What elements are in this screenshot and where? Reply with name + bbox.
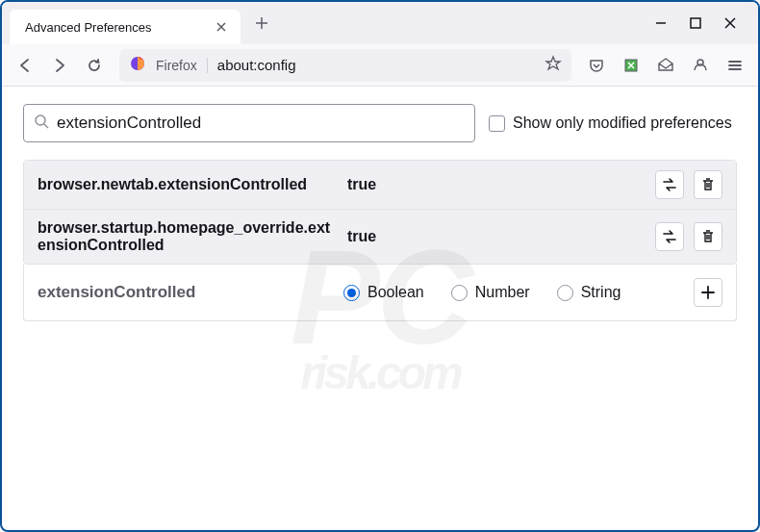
svg-point-4 <box>36 115 45 125</box>
maximize-button[interactable] <box>687 14 704 32</box>
extension-icon[interactable] <box>616 50 646 81</box>
pocket-icon[interactable] <box>581 50 612 81</box>
pref-search-input[interactable] <box>57 114 465 133</box>
toggle-button[interactable] <box>655 222 684 251</box>
back-button[interactable] <box>10 50 40 81</box>
pref-row[interactable]: browser.startup.homepage_override.extens… <box>24 210 736 264</box>
delete-button[interactable] <box>694 170 722 199</box>
radio-string[interactable]: String <box>557 284 621 301</box>
about-config-content: Show only modified preferences browser.n… <box>2 87 758 530</box>
bookmark-star-icon[interactable] <box>545 55 562 76</box>
toggle-button[interactable] <box>655 170 684 199</box>
url-text[interactable]: about:config <box>217 57 535 73</box>
prefs-table: browser.newtab.extensionControlled true … <box>23 160 737 265</box>
app-menu-icon[interactable] <box>720 50 750 81</box>
radio-icon <box>557 285 573 301</box>
pref-name: browser.newtab.extensionControlled <box>38 176 336 193</box>
radio-boolean[interactable]: Boolean <box>343 284 424 301</box>
pref-search-box[interactable] <box>23 104 475 142</box>
show-modified-checkbox[interactable]: Show only modified preferences <box>489 114 732 132</box>
add-button[interactable] <box>694 278 722 307</box>
add-pref-row: extensionControlled Boolean Number Strin… <box>23 265 737 321</box>
close-tab-icon[interactable] <box>214 19 229 35</box>
new-tab-button[interactable] <box>248 10 275 37</box>
account-icon[interactable] <box>685 50 716 81</box>
add-pref-name: extensionControlled <box>38 283 326 302</box>
checkbox-label: Show only modified preferences <box>513 114 732 132</box>
forward-button[interactable] <box>44 50 75 81</box>
pref-value: true <box>347 228 644 245</box>
window-controls <box>652 14 750 32</box>
browser-tab[interactable]: Advanced Preferences <box>10 10 241 44</box>
pref-name: browser.startup.homepage_override.extens… <box>38 219 336 254</box>
search-icon <box>34 114 49 133</box>
minimize-button[interactable] <box>652 14 670 32</box>
checkbox-icon <box>489 115 505 132</box>
tab-title: Advanced Preferences <box>25 20 152 35</box>
close-window-button[interactable] <box>722 14 739 32</box>
url-identity: Firefox <box>156 58 208 73</box>
tab-strip: Advanced Preferences <box>2 2 758 44</box>
type-radio-group: Boolean Number String <box>343 284 676 301</box>
reload-button[interactable] <box>79 50 110 81</box>
delete-button[interactable] <box>694 222 722 251</box>
pref-value: true <box>347 176 644 193</box>
radio-number[interactable]: Number <box>451 284 530 301</box>
nav-toolbar: Firefox about:config <box>2 44 758 87</box>
url-bar[interactable]: Firefox about:config <box>119 49 571 82</box>
pref-row[interactable]: browser.newtab.extensionControlled true <box>24 161 736 210</box>
radio-icon <box>451 285 468 301</box>
svg-rect-0 <box>691 18 700 28</box>
firefox-logo-icon <box>129 55 146 76</box>
inbox-icon[interactable] <box>650 50 681 81</box>
radio-icon <box>343 285 360 301</box>
